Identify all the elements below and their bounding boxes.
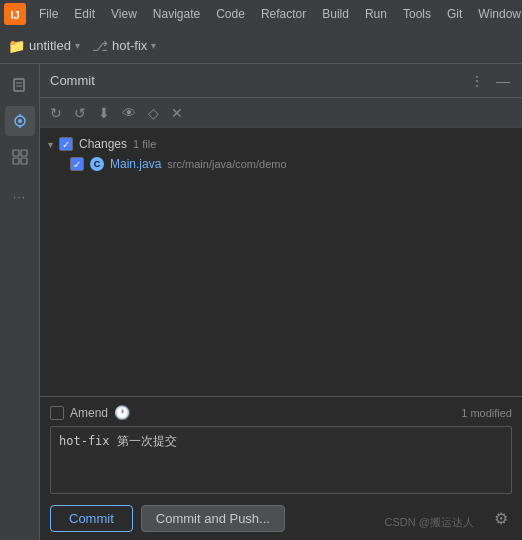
folder-icon: 📁 bbox=[8, 38, 25, 54]
svg-point-6 bbox=[18, 119, 22, 123]
download-icon[interactable]: ⬇ bbox=[98, 105, 110, 121]
undo-icon[interactable]: ↺ bbox=[74, 105, 86, 121]
modified-badge: C bbox=[90, 157, 104, 171]
menu-code[interactable]: Code bbox=[209, 5, 252, 23]
close-icon[interactable]: ✕ bbox=[171, 105, 183, 121]
menu-git[interactable]: Git bbox=[440, 5, 469, 23]
title-bar: 📁 untitled ▾ ⎇ hot-fix ▾ bbox=[0, 28, 522, 64]
project-chevron: ▾ bbox=[75, 40, 80, 51]
changes-chevron-icon: ▾ bbox=[48, 139, 53, 150]
branch-selector[interactable]: ⎇ hot-fix ▾ bbox=[92, 38, 156, 54]
menu-window[interactable]: Window bbox=[471, 5, 522, 23]
svg-rect-12 bbox=[21, 158, 27, 164]
panel-actions: ⋮ — bbox=[468, 71, 512, 91]
toolbar: ↻ ↺ ⬇ 👁 ◇ ✕ bbox=[40, 98, 522, 128]
menu-edit[interactable]: Edit bbox=[67, 5, 102, 23]
minimize-icon[interactable]: — bbox=[494, 71, 512, 91]
amend-row: Amend 🕐 1 modified bbox=[50, 405, 512, 420]
menu-file[interactable]: File bbox=[32, 5, 65, 23]
branch-label: hot-fix bbox=[112, 38, 147, 53]
watermark: CSDN @搬运达人 bbox=[385, 515, 474, 530]
changes-count: 1 file bbox=[133, 138, 156, 150]
app-logo: IJ bbox=[4, 3, 26, 25]
modified-count: 1 modified bbox=[461, 407, 512, 419]
file-item[interactable]: ✓ C Main.java src/main/java/com/demo bbox=[40, 154, 522, 174]
changes-section: ▾ ✓ Changes 1 file ✓ C Main.java src/mai… bbox=[40, 128, 522, 396]
svg-rect-10 bbox=[21, 150, 27, 156]
sidebar-item-vcs[interactable] bbox=[5, 106, 35, 136]
file-check-icon: ✓ bbox=[73, 159, 81, 170]
panel-header: Commit ⋮ — bbox=[40, 64, 522, 98]
commit-button[interactable]: Commit bbox=[50, 505, 133, 532]
menu-navigate[interactable]: Navigate bbox=[146, 5, 207, 23]
settings-gear-button[interactable]: ⚙ bbox=[490, 505, 512, 532]
svg-rect-2 bbox=[14, 79, 24, 91]
svg-rect-11 bbox=[13, 158, 19, 164]
commit-message-input[interactable]: hot-fix 第一次提交 bbox=[50, 426, 512, 494]
changes-group-header[interactable]: ▾ ✓ Changes 1 file bbox=[40, 134, 522, 154]
check-icon: ✓ bbox=[62, 139, 70, 150]
amend-checkbox[interactable] bbox=[50, 406, 64, 420]
sidebar: ··· bbox=[0, 64, 40, 540]
more-options-icon[interactable]: ⋮ bbox=[468, 71, 486, 91]
main-layout: ··· Commit ⋮ — ↻ ↺ ⬇ 👁 ◇ ✕ ▾ ✓ bbox=[0, 64, 522, 540]
amend-label: Amend bbox=[70, 406, 108, 420]
menu-refactor[interactable]: Refactor bbox=[254, 5, 313, 23]
menu-bar: IJ File Edit View Navigate Code Refactor… bbox=[0, 0, 522, 28]
file-path: src/main/java/com/demo bbox=[167, 158, 286, 170]
refresh-icon[interactable]: ↻ bbox=[50, 105, 62, 121]
project-label: untitled bbox=[29, 38, 71, 53]
svg-rect-9 bbox=[13, 150, 19, 156]
commit-and-push-button[interactable]: Commit and Push... bbox=[141, 505, 285, 532]
panel-title: Commit bbox=[50, 73, 95, 88]
file-name: Main.java bbox=[110, 157, 161, 171]
file-checkbox[interactable]: ✓ bbox=[70, 157, 84, 171]
svg-text:IJ: IJ bbox=[10, 9, 19, 21]
branch-chevron: ▾ bbox=[151, 40, 156, 51]
amend-left: Amend 🕐 bbox=[50, 405, 130, 420]
menu-view[interactable]: View bbox=[104, 5, 144, 23]
diamond-icon[interactable]: ◇ bbox=[148, 105, 159, 121]
clock-icon[interactable]: 🕐 bbox=[114, 405, 130, 420]
menu-tools[interactable]: Tools bbox=[396, 5, 438, 23]
branch-icon: ⎇ bbox=[92, 38, 108, 54]
content-panel: Commit ⋮ — ↻ ↺ ⬇ 👁 ◇ ✕ ▾ ✓ Changes 1 fil… bbox=[40, 64, 522, 540]
eye-icon[interactable]: 👁 bbox=[122, 105, 136, 121]
sidebar-item-more[interactable]: ··· bbox=[5, 182, 35, 212]
changes-checkbox[interactable]: ✓ bbox=[59, 137, 73, 151]
sidebar-item-files[interactable] bbox=[5, 70, 35, 100]
changes-label: Changes bbox=[79, 137, 127, 151]
sidebar-item-structure[interactable] bbox=[5, 142, 35, 172]
menu-build[interactable]: Build bbox=[315, 5, 356, 23]
project-selector[interactable]: 📁 untitled ▾ bbox=[8, 38, 80, 54]
menu-run[interactable]: Run bbox=[358, 5, 394, 23]
